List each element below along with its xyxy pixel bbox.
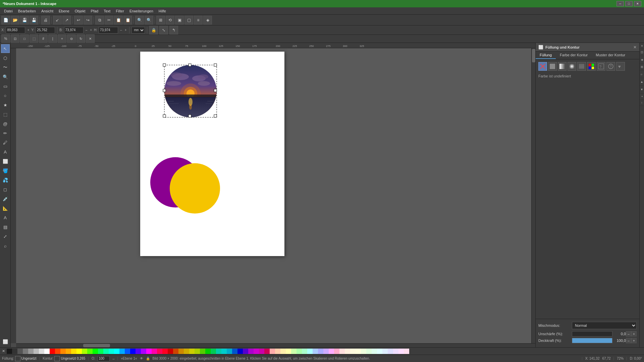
side-tab-2[interactable]: ⊡ [640, 49, 644, 56]
palette-swatch[interactable] [76, 349, 82, 354]
palette-swatch[interactable] [221, 349, 227, 354]
palette-swatch[interactable] [60, 349, 66, 354]
palette-swatch[interactable] [39, 349, 44, 354]
palette-swatch[interactable] [377, 349, 382, 354]
snap-intersect[interactable]: ✕ [86, 35, 95, 43]
palette-swatch[interactable] [227, 349, 232, 354]
palette-swatch[interactable] [318, 349, 323, 354]
maximize-button[interactable]: □ [625, 1, 633, 6]
palette-swatch[interactable] [184, 349, 189, 354]
fill-linear-gradient-button[interactable] [558, 62, 567, 71]
blend-mode-select[interactable]: Normal Multiply Screen Overlay [572, 322, 637, 329]
palette-swatch[interactable] [264, 349, 270, 354]
group-button[interactable]: ▣ [175, 16, 184, 24]
side-tab-5[interactable]: ⌕ [640, 71, 644, 78]
open-button[interactable]: 📂 [11, 16, 19, 24]
fill-pattern-button[interactable] [577, 62, 586, 71]
snap-rotation[interactable]: ↻ [76, 35, 85, 43]
node-tool[interactable]: ⬡ [1, 54, 10, 62]
fill-flat-button[interactable] [548, 62, 557, 71]
fill-tool[interactable]: 🪣 [1, 166, 10, 175]
opacity-plus-button[interactable]: + [631, 338, 637, 343]
palette-swatch[interactable] [55, 349, 60, 354]
spray-tool[interactable]: 💦 [1, 176, 10, 184]
palette-swatch[interactable] [189, 349, 195, 354]
palette-swatch[interactable] [87, 349, 93, 354]
palette-swatch[interactable] [136, 349, 141, 354]
palette-swatch[interactable] [345, 349, 350, 354]
zoom-out-button[interactable]: 🔍 [145, 16, 153, 24]
palette-swatch[interactable] [393, 349, 398, 354]
palette-swatch[interactable] [339, 349, 345, 354]
unit-select[interactable]: mm px pt cm in [131, 27, 145, 34]
fill-none-button[interactable] [538, 62, 547, 71]
connector-tool[interactable]: ⤢ [1, 232, 10, 241]
save-as-button[interactable]: 💾 [30, 16, 38, 24]
palette-swatch[interactable] [329, 349, 334, 354]
palette-swatch[interactable] [162, 349, 168, 354]
palette-swatch[interactable] [17, 349, 23, 354]
palette-swatch[interactable] [350, 349, 356, 354]
palette-swatch[interactable] [243, 349, 248, 354]
palette-swatch[interactable] [334, 349, 339, 354]
side-tab-4[interactable]: ⊞ [640, 64, 644, 71]
palette-swatch[interactable] [178, 349, 184, 354]
palette-swatch[interactable] [356, 349, 361, 354]
opacity-minus-button[interactable]: – [626, 338, 631, 343]
palette-swatch[interactable] [232, 349, 237, 354]
palette-swatch[interactable] [270, 349, 275, 354]
lock-icon[interactable]: 🔒 [146, 357, 150, 360]
snap-midpoints[interactable]: ⊖ [67, 35, 76, 43]
palette-swatch[interactable] [82, 349, 87, 354]
palette-swatch[interactable] [372, 349, 377, 354]
lock-ratio-button[interactable]: 🔒 [149, 26, 158, 35]
palette-swatch[interactable] [297, 349, 302, 354]
palette-swatch[interactable] [361, 349, 366, 354]
side-tab-9[interactable]: – [640, 100, 644, 106]
palette-swatch[interactable] [103, 349, 109, 354]
eraser-tool[interactable]: ◻ [1, 185, 10, 194]
ungroup-button[interactable]: ▢ [184, 16, 193, 24]
palette-swatch[interactable] [168, 349, 173, 354]
spiral-tool[interactable]: @ [1, 119, 10, 128]
menu-bearbeiten[interactable]: Bearbeiten [15, 8, 39, 14]
blur-plus-button[interactable]: + [631, 331, 637, 337]
palette-swatch[interactable] [28, 349, 34, 354]
palette-swatch[interactable] [146, 349, 152, 354]
pencil-tool[interactable]: ✏ [1, 129, 10, 137]
menu-ebene[interactable]: Ebene [56, 8, 72, 14]
snap-nodes[interactable]: ⊡ [11, 35, 19, 43]
search-tool[interactable]: ⌕ [1, 241, 10, 250]
snap-toggle[interactable]: % [1, 35, 10, 43]
palette-swatch[interactable] [313, 349, 318, 354]
remove-color-button[interactable]: ✕ [0, 348, 7, 355]
paste-button[interactable]: 📋 [114, 16, 123, 24]
palette-swatch[interactable] [302, 349, 307, 354]
redo-button[interactable]: ↪ [84, 16, 92, 24]
rect-tool[interactable]: ▭ [1, 82, 10, 90]
zoom-tool[interactable]: 🔍 [1, 72, 10, 81]
nodes-button[interactable]: ◈ [203, 16, 212, 24]
palette-swatch[interactable] [382, 349, 388, 354]
snap-guide[interactable]: | [48, 35, 57, 43]
select-tool[interactable]: ↖ [1, 44, 10, 53]
save-button[interactable]: 💾 [20, 16, 29, 24]
palette-swatch[interactable] [34, 349, 39, 354]
print-button[interactable]: 🖨 [41, 16, 50, 24]
y-input[interactable] [36, 27, 55, 34]
move-to-button[interactable]: ↰ [169, 26, 178, 35]
color-manage-btn[interactable]: ⬜ [1, 337, 10, 346]
opacity-status-input[interactable] [98, 356, 110, 361]
palette-swatch[interactable] [323, 349, 329, 354]
palette-swatch[interactable] [307, 349, 313, 354]
fill-swatch-button[interactable] [587, 62, 596, 71]
palette-swatch[interactable] [157, 349, 162, 354]
minimize-button[interactable]: ─ [616, 1, 624, 6]
palette-swatch[interactable] [366, 349, 372, 354]
scrollbar-thumb-v[interactable] [532, 49, 535, 62]
dist-button[interactable]: ≡ [194, 16, 203, 24]
fill-unknown-button[interactable]: ? [606, 62, 615, 71]
palette-swatch[interactable] [93, 349, 98, 354]
circle-tool[interactable]: ○ [1, 91, 10, 100]
palette-swatch[interactable] [404, 349, 409, 354]
